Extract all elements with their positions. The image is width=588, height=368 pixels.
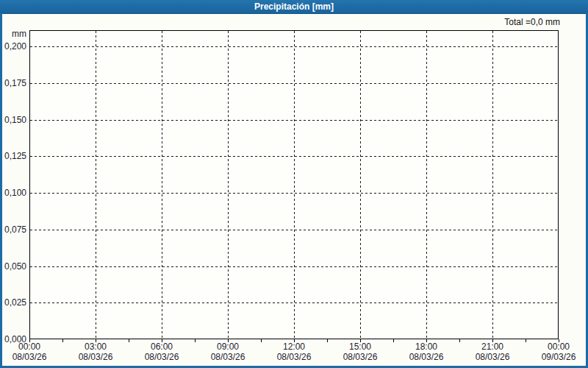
x-tick-time: 21:00 — [459, 342, 526, 352]
x-tick-time: 06:00 — [129, 342, 195, 352]
v-gridline — [162, 31, 162, 339]
x-tick-date: 08/03/26 — [62, 352, 129, 362]
y-tick-label: 0,025 — [0, 297, 26, 308]
x-tick-time: 15:00 — [327, 342, 393, 352]
y-tick-label: 0,100 — [0, 188, 26, 198]
x-tick-date: 08/03/26 — [261, 352, 327, 362]
x-tick-time: 00:00 — [526, 342, 588, 352]
y-tick-label: 0,050 — [0, 261, 26, 272]
x-tick-date: 08/03/26 — [459, 352, 526, 362]
x-tick-date: 08/03/26 — [129, 352, 195, 362]
y-axis-unit-label: mm — [0, 29, 26, 39]
y-tick-label: 0,075 — [0, 224, 26, 235]
v-gridline — [492, 31, 493, 339]
chart-title: Precipitación [mm] — [254, 0, 334, 13]
x-tick-label: 00:0009/03/26 — [526, 342, 588, 362]
v-gridline — [426, 31, 427, 339]
x-tick-date: 09/03/26 — [526, 352, 588, 362]
x-tick-label: 06:0008/03/26 — [129, 342, 195, 362]
x-tick-date: 08/03/26 — [327, 352, 393, 362]
total-annotation: Total =0,0 mm — [504, 17, 560, 27]
y-tick-label: 0,125 — [0, 151, 26, 161]
x-tick-label: 03:0008/03/26 — [62, 342, 129, 362]
x-tick-date: 08/03/26 — [0, 352, 62, 362]
y-tick-label: 0,150 — [0, 115, 26, 125]
x-tick-label: 15:0008/03/26 — [327, 342, 393, 362]
x-tick-date: 08/03/26 — [393, 352, 459, 362]
x-tick-label: 18:0008/03/26 — [393, 342, 459, 362]
x-tick-date: 08/03/26 — [195, 352, 261, 362]
x-tick-time: 03:00 — [62, 342, 129, 352]
x-tick-label: 09:0008/03/26 — [195, 342, 261, 362]
y-tick-label: 0,200 — [0, 41, 26, 52]
x-tick-label: 21:0008/03/26 — [459, 342, 526, 362]
x-tick-time: 12:00 — [261, 342, 327, 352]
x-tick-time: 09:00 — [195, 342, 261, 352]
x-tick-time: 18:00 — [393, 342, 459, 352]
y-tick-label: 0,175 — [0, 78, 26, 88]
precipitation-chart-widget: Precipitación [mm] Total =0,0 mm mm 0,20… — [0, 0, 588, 368]
v-gridline — [294, 31, 295, 339]
v-gridline — [360, 31, 361, 339]
x-tick-label: 12:0008/03/26 — [261, 342, 327, 362]
chart-title-bar: Precipitación [mm] — [0, 0, 588, 14]
x-tick-time: 00:00 — [0, 342, 62, 352]
v-gridline — [96, 31, 96, 339]
v-gridline — [228, 31, 229, 339]
x-tick-label: 00:0008/03/26 — [0, 342, 62, 362]
